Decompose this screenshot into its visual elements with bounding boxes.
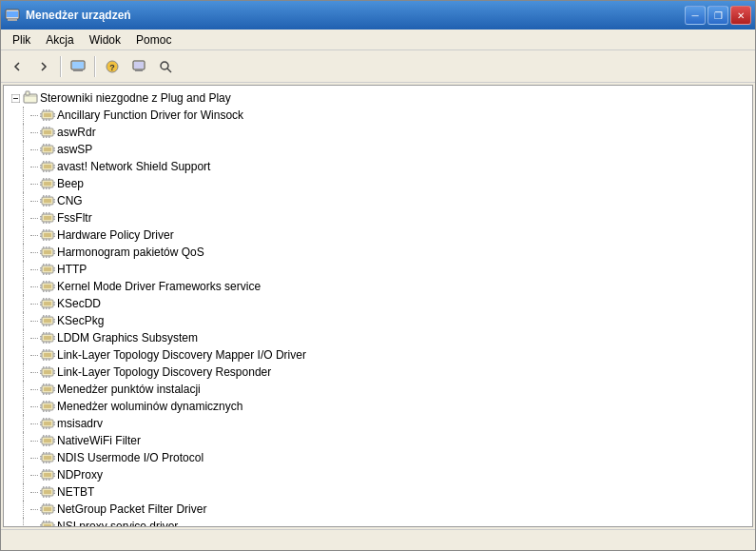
menu-file[interactable]: Plik	[5, 31, 38, 49]
svg-rect-231	[53, 404, 55, 406]
svg-rect-60	[48, 170, 50, 173]
list-item[interactable]: Harmonogram pakietów QoS	[4, 244, 752, 261]
svg-rect-105	[48, 229, 50, 232]
device-label: NETBT	[57, 485, 94, 499]
device-label: NSI proxy service driver.	[57, 520, 181, 526]
svg-rect-111	[53, 233, 55, 235]
list-item[interactable]: Ancillary Function Driver for Winsock	[4, 107, 752, 124]
svg-rect-126	[44, 267, 51, 271]
svg-rect-23	[46, 119, 48, 122]
svg-rect-85	[40, 199, 42, 201]
svg-rect-165	[48, 315, 50, 318]
device-icon	[40, 364, 55, 380]
list-item[interactable]: LDDM Graphics Subsystem	[4, 329, 752, 346]
list-item[interactable]: Menedżer woluminów dynamicznych	[4, 398, 752, 415]
svg-rect-244	[53, 424, 55, 426]
svg-rect-68	[46, 178, 48, 181]
device-label: HTTP	[57, 263, 87, 276]
svg-rect-86	[40, 202, 42, 204]
svg-rect-315	[53, 524, 55, 526]
svg-rect-162	[44, 319, 51, 323]
svg-rect-128	[46, 264, 48, 266]
list-item[interactable]: Link-Layer Topology Discovery Mapper I/O…	[4, 346, 752, 364]
list-item[interactable]: NDIS Usermode I/O Protocol	[4, 449, 752, 466]
restore-button[interactable]: ❐	[708, 6, 728, 25]
svg-rect-40	[53, 133, 55, 135]
tree-line	[23, 330, 38, 345]
svg-point-11	[161, 62, 168, 69]
list-item[interactable]: KSecDD	[4, 295, 752, 312]
svg-rect-238	[43, 427, 45, 430]
list-item[interactable]: Hardware Policy Driver	[4, 226, 752, 244]
menu-help[interactable]: Pomoc	[128, 31, 179, 49]
device-tree[interactable]: Sterowniki niezgodne z Plug and Play A	[4, 86, 752, 526]
svg-rect-110	[40, 236, 42, 238]
list-item[interactable]: KSecPkg	[4, 312, 752, 329]
forward-button[interactable]	[31, 54, 56, 79]
tree-root-node[interactable]: Sterowniki niezgodne z Plug and Play	[4, 89, 752, 107]
svg-rect-140	[46, 281, 48, 284]
svg-rect-132	[48, 273, 50, 276]
svg-rect-230	[40, 407, 42, 409]
svg-rect-164	[46, 315, 48, 318]
collapse-icon[interactable]	[8, 90, 23, 106]
svg-rect-117	[48, 246, 50, 249]
list-item[interactable]: Kernel Mode Driver Frameworks service	[4, 278, 752, 295]
svg-rect-188	[46, 349, 48, 352]
tree-line	[23, 450, 38, 465]
svg-rect-191	[46, 359, 48, 362]
device-icon	[40, 399, 55, 414]
list-item[interactable]: NDProxy	[4, 466, 752, 483]
svg-rect-45	[48, 144, 50, 147]
svg-rect-223	[43, 401, 45, 403]
svg-rect-190	[43, 359, 45, 362]
list-item[interactable]: CNG	[4, 192, 752, 209]
svg-rect-234	[44, 422, 51, 425]
svg-rect-210	[44, 387, 51, 391]
menu-action[interactable]: Akcja	[38, 31, 81, 49]
device-label: KSecPkg	[57, 314, 104, 327]
tree-line	[23, 364, 38, 380]
svg-rect-236	[46, 418, 48, 421]
svg-rect-286	[43, 496, 45, 499]
list-item[interactable]: Menedżer punktów instalacji	[4, 381, 752, 398]
svg-rect-50	[40, 150, 42, 152]
svg-rect-288	[48, 496, 50, 499]
svg-rect-18	[44, 113, 51, 117]
svg-rect-33	[48, 127, 50, 129]
list-item[interactable]: NSI proxy service driver.	[4, 518, 752, 526]
scan-button[interactable]	[153, 54, 178, 79]
list-item[interactable]: avast! Network Shield Support	[4, 158, 752, 175]
svg-rect-159	[53, 302, 55, 304]
help-button[interactable]: ?	[100, 54, 125, 79]
uninstall-button[interactable]	[126, 54, 151, 79]
list-item[interactable]: Beep	[4, 175, 752, 192]
device-label: NativeWiFi Filter	[57, 434, 141, 447]
list-item[interactable]: aswRdr	[4, 124, 752, 141]
back-button[interactable]	[5, 54, 29, 79]
svg-rect-145	[40, 285, 42, 286]
svg-rect-66	[44, 182, 51, 186]
close-button[interactable]: ✕	[730, 6, 751, 25]
list-item[interactable]: NativeWiFi Filter	[4, 432, 752, 449]
computer-button[interactable]	[66, 54, 90, 79]
svg-line-12	[167, 69, 171, 72]
device-label: Harmonogram pakietów QoS	[57, 246, 204, 259]
list-item[interactable]: NETBT	[4, 483, 752, 501]
minimize-button[interactable]: ─	[685, 6, 706, 25]
list-item[interactable]: FssFltr	[4, 209, 752, 226]
svg-rect-87	[53, 199, 55, 201]
svg-rect-175	[43, 332, 45, 335]
svg-rect-243	[53, 422, 55, 423]
list-item[interactable]: HTTP	[4, 261, 752, 278]
device-label: CNG	[57, 194, 83, 207]
list-item[interactable]: msisadrv	[4, 415, 752, 432]
list-item[interactable]: Link-Layer Topology Discovery Responder	[4, 364, 752, 381]
menu-view[interactable]: Widok	[82, 31, 128, 49]
svg-rect-16	[26, 91, 29, 95]
list-item[interactable]: aswSP	[4, 141, 752, 158]
svg-rect-226	[43, 410, 45, 413]
device-label: Menedżer punktów instalacji	[57, 383, 201, 396]
list-item[interactable]: NetGroup Packet Filter Driver	[4, 501, 752, 518]
svg-rect-268	[53, 459, 55, 461]
